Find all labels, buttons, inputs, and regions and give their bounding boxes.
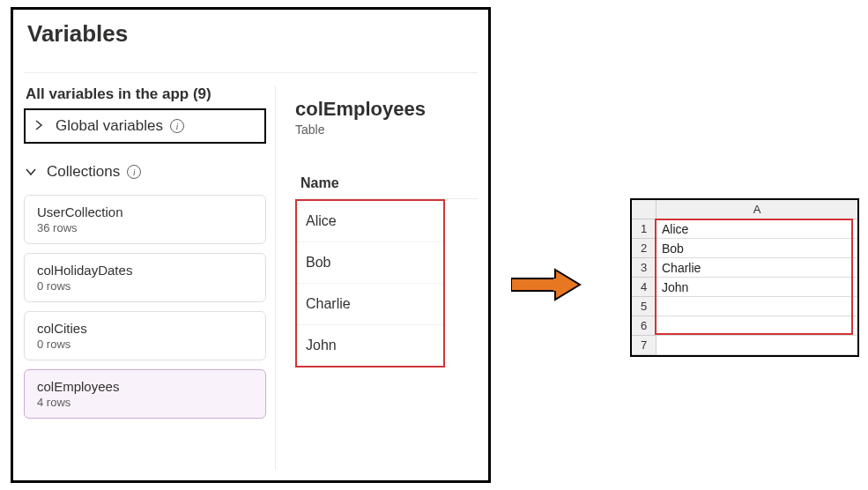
- sheet-row-header[interactable]: 5: [632, 297, 657, 316]
- table-row: John: [297, 325, 443, 366]
- sheet-row-header[interactable]: 7: [632, 336, 657, 355]
- card-sub: 0 rows: [37, 338, 253, 351]
- global-variables-row[interactable]: Global variables i: [24, 108, 266, 144]
- card-sub: 36 rows: [37, 221, 253, 234]
- svg-rect-2: [553, 278, 557, 291]
- table-row: Charlie: [297, 284, 443, 325]
- variables-detail-column: colEmployees Table Name Alice Bob Charli…: [275, 85, 478, 470]
- panel-title: Variables: [24, 20, 478, 48]
- table-highlight-box: Alice Bob Charlie John: [295, 199, 445, 368]
- sheet-row-header[interactable]: 2: [632, 239, 657, 258]
- global-variables-label: Global variables: [56, 117, 163, 135]
- sheet-row: 5: [632, 297, 857, 316]
- table-row: Alice: [297, 201, 443, 242]
- sheet-header-row: A: [632, 200, 857, 219]
- card-sub: 0 rows: [37, 279, 253, 293]
- sheet-cell[interactable]: Bob: [657, 239, 857, 258]
- collections-row[interactable]: Collections i: [24, 158, 266, 186]
- sheet-cell[interactable]: Charlie: [657, 258, 857, 278]
- sheet-row-header[interactable]: 3: [632, 258, 657, 278]
- sheet-row: 2 Bob: [632, 239, 857, 258]
- detail-title: colEmployees: [295, 98, 478, 121]
- sheet-corner[interactable]: [632, 200, 657, 219]
- table-row: Bob: [297, 242, 443, 284]
- card-sub: 4 rows: [37, 396, 253, 409]
- sheet-row-header[interactable]: 6: [632, 316, 657, 336]
- sheet-row: 1 Alice: [632, 219, 857, 239]
- card-name: colCities: [37, 321, 253, 336]
- sheet-cell[interactable]: John: [657, 278, 857, 297]
- sheet-cell[interactable]: [657, 297, 857, 316]
- info-icon[interactable]: i: [127, 165, 141, 179]
- collection-card-colcities[interactable]: colCities 0 rows: [24, 311, 266, 360]
- sheet-row-header[interactable]: 1: [632, 219, 657, 239]
- variables-left-column: All variables in the app (9) Global vari…: [24, 85, 275, 470]
- collections-label: Collections: [47, 163, 120, 181]
- variables-panel: Variables All variables in the app (9) G…: [11, 7, 491, 483]
- chevron-down-icon: [26, 165, 38, 179]
- card-name: UserCollection: [37, 204, 253, 219]
- card-name: colHolidayDates: [37, 263, 253, 278]
- detail-type: Table: [295, 122, 478, 137]
- collection-card-usercollection[interactable]: UserCollection 36 rows: [24, 195, 266, 244]
- spreadsheet: A 1 Alice 2 Bob 3 Charlie 4 John 5 6 7: [630, 198, 859, 357]
- info-icon[interactable]: i: [170, 119, 184, 133]
- table-column-header: Name: [295, 168, 478, 199]
- sheet-cell[interactable]: [657, 316, 857, 336]
- card-name: colEmployees: [37, 379, 253, 394]
- chevron-right-icon: [34, 119, 47, 133]
- sheet-row: 7: [632, 336, 857, 355]
- panel-body: All variables in the app (9) Global vari…: [24, 72, 478, 470]
- collection-card-colholidaydates[interactable]: colHolidayDates 0 rows: [24, 253, 266, 302]
- sheet-cell[interactable]: Alice: [657, 219, 857, 239]
- sheet-row: 4 John: [632, 278, 857, 297]
- sheet-row: 3 Charlie: [632, 258, 857, 278]
- collection-card-colemployees[interactable]: colEmployees 4 rows: [24, 369, 266, 419]
- svg-rect-0: [511, 278, 555, 291]
- arrow-icon: [511, 266, 582, 303]
- all-variables-header: All variables in the app (9): [24, 85, 266, 103]
- sheet-cell[interactable]: [657, 336, 857, 355]
- sheet-row-header[interactable]: 4: [632, 278, 657, 297]
- svg-marker-1: [555, 270, 580, 300]
- sheet-column-header[interactable]: A: [657, 200, 857, 219]
- sheet-row: 6: [632, 316, 857, 336]
